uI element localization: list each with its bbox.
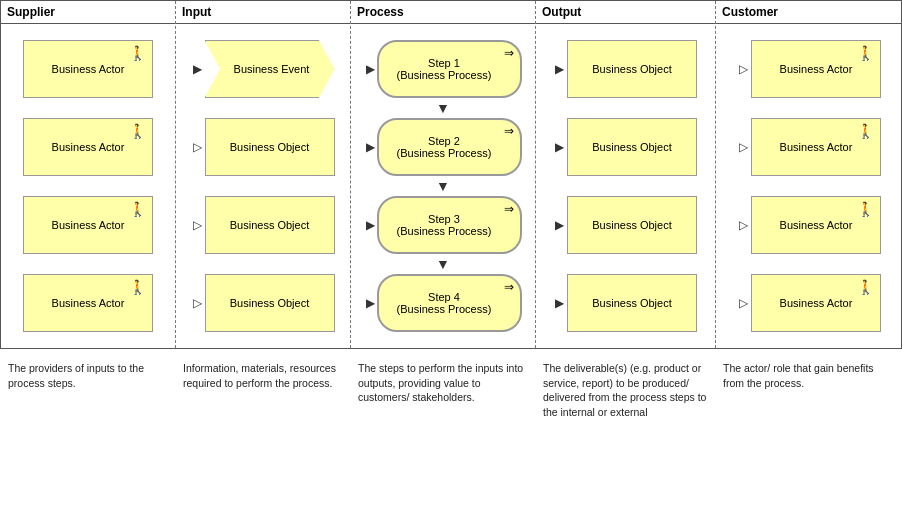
arrow-right-icon: ▷ (739, 296, 748, 310)
footer-supplier: The providers of inputs to the process s… (0, 357, 175, 424)
customer-actor-4[interactable]: 🚶 Business Actor (751, 274, 881, 332)
customer-actor-1[interactable]: 🚶 Business Actor (751, 40, 881, 98)
customer-header: Customer (716, 1, 902, 24)
supplier-column: Supplier 🚶 Business Actor 🚶 Business Act… (1, 1, 176, 348)
actor-icon: 🚶 (129, 45, 146, 61)
customer-column: Customer ▷ 🚶 Business Actor (716, 1, 902, 348)
output-object-1[interactable]: Business Object (567, 40, 697, 98)
arrow-right-icon: ▶ (555, 218, 564, 232)
output-object-4[interactable]: Business Object (567, 274, 697, 332)
input-object-2[interactable]: Business Object (205, 118, 335, 176)
arrow-right-icon: ▷ (193, 296, 202, 310)
input-object-4[interactable]: Business Object (205, 274, 335, 332)
list-item: ▶ Business Object (536, 264, 715, 342)
arrow-right-icon: ▶ (555, 296, 564, 310)
list-item: ▷ 🚶 Business Actor (716, 264, 902, 342)
list-item: 🚶 Business Actor (1, 264, 175, 342)
arrow-right-icon: ▶ (193, 62, 202, 76)
arrow-right-icon: ▷ (739, 140, 748, 154)
arrow-right-icon: ▷ (739, 218, 748, 232)
supplier-actor-3[interactable]: 🚶 Business Actor (23, 196, 153, 254)
footer-process: The steps to perform the inputs into out… (350, 357, 535, 424)
arrow-right-icon: ▶ (555, 62, 564, 76)
process-arrow-icon: ⇒ (504, 280, 514, 294)
supplier-actor-4[interactable]: 🚶 Business Actor (23, 274, 153, 332)
input-header: Input (176, 1, 350, 24)
arrow-right-icon: ▷ (739, 62, 748, 76)
list-item: 🚶 Business Actor (1, 108, 175, 186)
output-items: ▶ Business Object ▶ Business Object (536, 24, 715, 348)
list-item: ▷ 🚶 Business Actor (716, 108, 902, 186)
list-item: ▶ ⇒ Step 2 (Business Process) ▼ (351, 108, 535, 186)
sipoc-diagram: Supplier 🚶 Business Actor 🚶 Business Act… (0, 0, 902, 428)
actor-icon: 🚶 (129, 279, 146, 295)
process-arrow-icon: ⇒ (504, 46, 514, 60)
list-item: ▷ 🚶 Business Actor (716, 30, 902, 108)
list-item: ▶ Business Object (536, 30, 715, 108)
list-item: ▶ ⇒ Step 4 (Business Process) (351, 264, 535, 342)
actor-icon: 🚶 (129, 201, 146, 217)
arrow-right-icon: ▶ (555, 140, 564, 154)
customer-actor-2[interactable]: 🚶 Business Actor (751, 118, 881, 176)
list-item: ▷ Business Object (176, 108, 350, 186)
customer-actor-3[interactable]: 🚶 Business Actor (751, 196, 881, 254)
process-arrow-icon: ⇒ (504, 202, 514, 216)
arrow-right-icon: ▶ (366, 140, 375, 154)
process-step-1[interactable]: ⇒ Step 1 (Business Process) (377, 40, 522, 98)
process-step-4[interactable]: ⇒ Step 4 (Business Process) (377, 274, 522, 332)
process-items: ▶ ⇒ Step 1 (Business Process) ▼ ▶ (351, 24, 535, 348)
customer-items: ▷ 🚶 Business Actor ▷ 🚶 Busi (716, 24, 902, 348)
footer-descriptions: The providers of inputs to the process s… (0, 349, 902, 428)
list-item: ▶ Business Event (176, 30, 350, 108)
list-item: ▷ Business Object (176, 264, 350, 342)
actor-icon: 🚶 (129, 123, 146, 139)
process-arrow-icon: ⇒ (504, 124, 514, 138)
process-header: Process (351, 1, 535, 24)
actor-icon: 🚶 (857, 201, 874, 217)
arrow-right-icon: ▷ (193, 218, 202, 232)
output-header: Output (536, 1, 715, 24)
process-step-2[interactable]: ⇒ Step 2 (Business Process) (377, 118, 522, 176)
actor-icon: 🚶 (857, 45, 874, 61)
actor-icon: 🚶 (857, 123, 874, 139)
footer-customer: The actor/ role that gain benefits from … (715, 357, 902, 424)
arrow-right-icon: ▶ (366, 62, 375, 76)
input-column: Input ▶ Business Event (176, 1, 351, 348)
arrow-right-icon: ▶ (366, 296, 375, 310)
footer-output: The deliverable(s) (e.g. product or serv… (535, 357, 715, 424)
actor-icon: 🚶 (857, 279, 874, 295)
output-column: Output ▶ Business Object ▶ (536, 1, 716, 348)
input-items: ▶ Business Event ▷ Business Object (176, 24, 350, 348)
list-item: 🚶 Business Actor (1, 186, 175, 264)
footer-input: Information, materials, resources requir… (175, 357, 350, 424)
output-object-3[interactable]: Business Object (567, 196, 697, 254)
arrow-right-icon: ▷ (193, 140, 202, 154)
list-item: 🚶 Business Actor (1, 30, 175, 108)
arrow-right-icon: ▶ (366, 218, 375, 232)
process-column: Process ▶ ⇒ Step 1 (Business Process) ▼ (351, 1, 536, 348)
output-object-2[interactable]: Business Object (567, 118, 697, 176)
list-item: ▶ ⇒ Step 1 (Business Process) ▼ (351, 30, 535, 108)
input-event-1[interactable]: Business Event (205, 40, 335, 98)
list-item: ▷ Business Object (176, 186, 350, 264)
list-item: ▶ ⇒ Step 3 (Business Process) ▼ (351, 186, 535, 264)
supplier-header: Supplier (1, 1, 175, 24)
supplier-items: 🚶 Business Actor 🚶 Business Actor 🚶 (1, 24, 175, 348)
list-item: ▷ 🚶 Business Actor (716, 186, 902, 264)
process-step-3[interactable]: ⇒ Step 3 (Business Process) (377, 196, 522, 254)
list-item: ▶ Business Object (536, 186, 715, 264)
supplier-actor-1[interactable]: 🚶 Business Actor (23, 40, 153, 98)
input-object-3[interactable]: Business Object (205, 196, 335, 254)
supplier-actor-2[interactable]: 🚶 Business Actor (23, 118, 153, 176)
list-item: ▶ Business Object (536, 108, 715, 186)
